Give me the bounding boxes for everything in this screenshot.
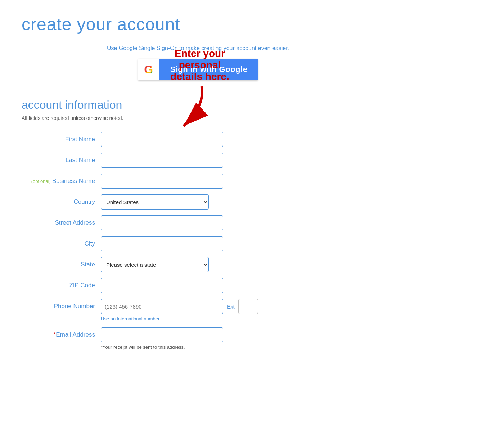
email-label: *Email Address (22, 331, 101, 338)
business-name-label: (optional)Business Name (22, 177, 101, 185)
business-name-input[interactable] (101, 174, 223, 189)
international-note: Use an international number (101, 316, 374, 321)
first-name-row: First Name (22, 132, 374, 147)
phone-number-row: Phone Number Ext (22, 299, 374, 314)
first-name-label: First Name (22, 136, 101, 143)
country-row: Country United States Canada United King… (22, 194, 374, 210)
country-label: Country (22, 198, 101, 206)
sso-section: Use Google Single Sign-On to make creati… (22, 45, 374, 80)
last-name-label: Last Name (22, 157, 101, 164)
optional-tag: (optional) (31, 179, 51, 184)
google-g-icon: G (144, 63, 153, 76)
city-row: City (22, 236, 374, 251)
last-name-row: Last Name (22, 153, 374, 168)
zip-code-label: ZIP Code (22, 282, 101, 289)
google-sign-in-button[interactable]: G Sign in with Google (138, 59, 258, 80)
phone-input[interactable] (101, 299, 223, 314)
first-name-input[interactable] (101, 132, 223, 147)
ext-label: Ext (227, 303, 235, 310)
ext-input[interactable] (238, 299, 258, 314)
receipt-note: *Your receipt will be sent to this addre… (101, 345, 374, 350)
business-name-row: (optional)Business Name (22, 174, 374, 189)
account-info-section: account information All fields are requi… (22, 98, 374, 350)
email-row: *Email Address (22, 327, 374, 342)
phone-number-label: Phone Number (22, 303, 101, 310)
zip-code-row: ZIP Code (22, 278, 374, 293)
zip-code-input[interactable] (101, 278, 223, 293)
google-icon-box: G (138, 59, 159, 80)
google-btn-label: Sign in with Google (159, 65, 258, 74)
street-address-label: Street Address (22, 219, 101, 226)
sso-subtitle: Use Google Single Sign-On to make creati… (22, 45, 374, 51)
required-note: All fields are required unless otherwise… (22, 115, 374, 121)
city-input[interactable] (101, 236, 223, 251)
email-input[interactable] (101, 327, 223, 342)
street-address-row: Street Address (22, 215, 374, 230)
page-title: create your account (22, 14, 374, 34)
phone-input-group: Ext (101, 299, 258, 314)
sso-row: G Sign in with Google Enter your persona… (22, 59, 374, 80)
state-select[interactable]: Please select a state Alabama Alaska Ari… (101, 257, 209, 272)
street-address-input[interactable] (101, 215, 223, 230)
state-row: State Please select a state Alabama Alas… (22, 257, 374, 272)
country-select[interactable]: United States Canada United Kingdom Aust… (101, 194, 209, 210)
state-label: State (22, 261, 101, 268)
last-name-input[interactable] (101, 153, 223, 168)
section-title: account information (22, 98, 374, 112)
city-label: City (22, 240, 101, 247)
